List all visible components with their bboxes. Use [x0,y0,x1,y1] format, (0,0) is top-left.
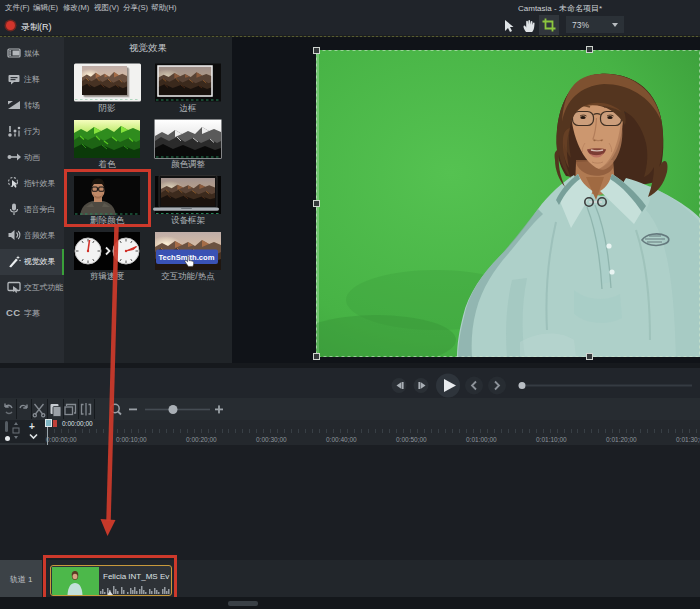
svg-text:TechSmith.com: TechSmith.com [159,253,215,262]
